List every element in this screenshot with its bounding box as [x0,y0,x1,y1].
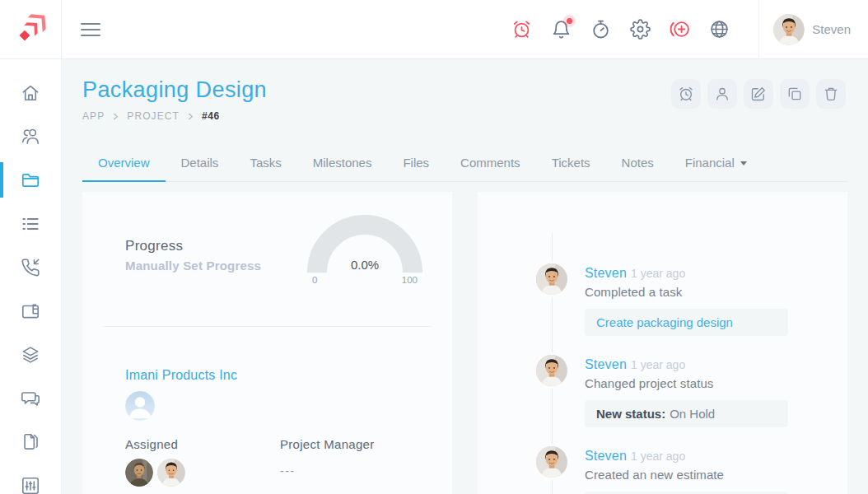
breadcrumb-project[interactable]: PROJECT [127,110,180,122]
activity-user-avatar[interactable] [536,263,567,295]
project-tabs: Overview Details Tasks Milestones Files … [82,145,847,182]
activity-user-avatar[interactable] [536,446,567,478]
tab-label: Tickets [552,156,590,170]
activity-user-name[interactable]: Steven [585,449,627,463]
logo-icon [14,13,47,46]
tab-label: Milestones [313,156,372,170]
chevron-down-icon [740,161,747,165]
chevron-right-icon [187,113,194,120]
wallet-icon [20,301,41,322]
user-icon [714,86,730,102]
duplicate-button[interactable] [780,79,810,109]
sidebar-item-tasks[interactable] [0,202,61,245]
assigned-label: Assigned [125,437,280,451]
task-link[interactable]: Create packaging design [596,315,733,329]
activity-header: Steven1 year ago [585,266,790,281]
tab-tasks[interactable]: Tasks [234,145,296,181]
client-avatar[interactable] [125,391,155,421]
alarm-icon [678,86,694,102]
tab-overview[interactable]: Overview [82,145,166,181]
sidebar-item-payments[interactable] [0,289,61,333]
status-label: New status: [596,407,665,421]
edit-button[interactable] [744,79,773,109]
sidebar-item-calls[interactable] [0,245,61,289]
client-section: Imani Products Inc Assigned [82,327,452,487]
tab-files[interactable]: Files [387,145,445,181]
tab-label: Comments [460,156,520,170]
activity-time: 1 year ago [631,267,685,280]
activity-user-avatar[interactable] [536,355,567,386]
tab-notes[interactable]: Notes [606,145,670,181]
phone-incoming-icon [20,257,41,278]
overview-cards: Progress Manually Set Progress 0.0% 0 10… [82,192,847,494]
project-manager-label: Project Manager [280,437,375,451]
tab-tickets[interactable]: Tickets [536,145,606,181]
list-icon [20,213,41,235]
activity-detail-box: Create packaging design [585,309,788,336]
main-content: Packaging Design APP PROJECT #46 [62,59,868,494]
gauge-min-label: 0 [312,275,317,285]
activity-detail-box: New status: On Hold [585,400,788,427]
breadcrumb: APP PROJECT #46 [82,110,847,122]
user-avatar [773,14,805,45]
alarm-icon[interactable] [511,19,532,40]
notifications-bell-icon[interactable] [551,19,572,40]
project-manager-column: Project Manager --- [280,437,375,487]
quick-add-icon[interactable] [670,19,690,40]
activity-time: 1 year ago [631,450,685,463]
gauge-max-label: 100 [402,275,418,285]
menu-toggle-icon[interactable] [81,19,100,40]
time-tracker-icon[interactable] [590,19,611,40]
tab-details[interactable]: Details [166,145,235,181]
chat-icon [20,388,41,409]
sliders-icon [20,475,41,494]
sidebar-item-documents[interactable] [0,420,61,464]
assign-user-button[interactable] [707,79,737,109]
tab-label: Overview [98,156,150,170]
sidebar-item-projects[interactable] [0,158,61,202]
sidebar-item-products[interactable] [0,333,61,376]
assignee-avatar[interactable] [157,459,185,487]
timeline-entry: Steven1 year ago Changed project status … [478,357,847,427]
activity-action: Created an new estimate [585,468,790,482]
timeline-entries: Steven1 year ago Completed a task Create… [478,192,847,494]
assignee-avatar[interactable] [125,459,153,487]
app-logo[interactable] [0,0,62,58]
client-name-link[interactable]: Imani Products Inc [125,368,237,382]
project-actions [671,79,846,109]
sidebar-item-messages[interactable] [0,376,61,420]
activity-time: 1 year ago [631,358,685,371]
progress-titles: Progress Manually Set Progress [125,213,261,273]
breadcrumb-app[interactable]: APP [82,110,105,122]
tab-comments[interactable]: Comments [445,145,536,181]
tab-label: Financial [685,156,735,170]
layers-icon [20,344,41,366]
delete-button[interactable] [816,79,846,109]
gauge-arc: 0.0% [302,213,427,284]
settings-gear-icon[interactable] [630,19,651,40]
tab-label: Files [403,156,429,170]
activity-user-name[interactable]: Steven [585,357,627,371]
progress-gauge: 0.0% 0 100 [302,213,427,285]
people-row: Assigned Project Manager --- [125,437,432,487]
users-icon [20,126,41,147]
user-menu[interactable]: Steven [758,0,868,59]
edit-pencil-icon [750,86,767,102]
sidebar-item-home[interactable] [0,71,61,114]
tab-financial[interactable]: Financial [670,145,763,181]
progress-section: Progress Manually Set Progress 0.0% 0 10… [82,192,452,285]
tab-label: Notes [622,156,654,170]
status-value: On Hold [670,407,715,421]
folder-icon [20,170,41,191]
breadcrumb-current: #46 [202,110,220,122]
user-name: Steven [812,22,851,36]
activity-user-name[interactable]: Steven [585,266,627,280]
timer-button[interactable] [671,79,701,109]
sidebar-item-settings-filters[interactable] [0,464,61,494]
language-globe-icon[interactable] [709,19,730,40]
tab-milestones[interactable]: Milestones [297,145,388,181]
sidebar-item-clients[interactable] [0,114,61,158]
gauge-value: 0.0% [351,258,379,272]
timeline-entry: Steven1 year ago Created an new estimate [478,449,847,494]
activity-action: Completed a task [585,285,790,299]
